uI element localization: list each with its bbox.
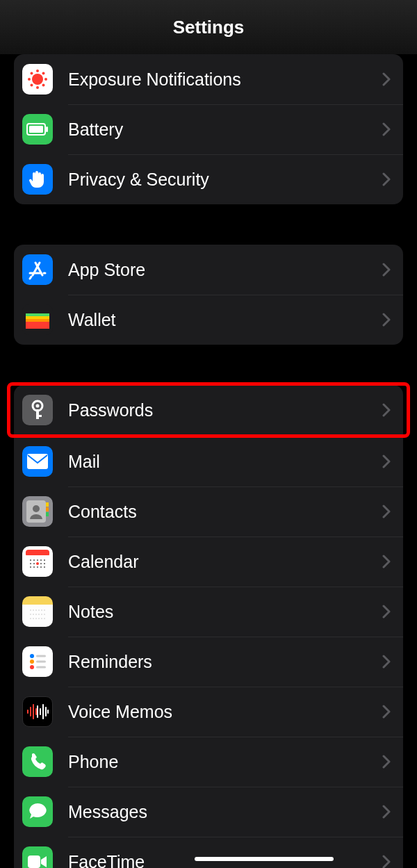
row-passwords[interactable]: Passwords: [14, 385, 403, 435]
svg-point-40: [33, 563, 35, 564]
svg-rect-31: [46, 512, 49, 516]
row-label: Privacy & Security: [68, 170, 382, 190]
svg-rect-55: [36, 661, 46, 663]
svg-rect-26: [27, 454, 48, 469]
app-store-icon: [22, 254, 53, 285]
settings-scroll[interactable]: Exposure Notifications Battery Privacy &…: [0, 54, 417, 868]
home-indicator[interactable]: [195, 857, 334, 861]
settings-group-system: Exposure Notifications Battery Privacy &…: [14, 54, 403, 204]
svg-point-7: [31, 84, 33, 87]
row-label: Contacts: [68, 502, 382, 522]
voice-memos-icon: [22, 696, 53, 727]
svg-rect-29: [46, 502, 49, 507]
svg-point-38: [44, 559, 45, 561]
svg-rect-25: [36, 415, 42, 417]
row-messages[interactable]: Messages: [14, 787, 403, 837]
chevron-right-icon: [382, 505, 391, 518]
svg-point-48: [36, 562, 39, 565]
settings-group-store: App Store Wallet: [14, 245, 403, 345]
svg-point-54: [30, 660, 34, 664]
page-title: Settings: [173, 17, 245, 38]
header: Settings: [0, 0, 417, 54]
messages-icon: [22, 796, 53, 827]
svg-point-52: [30, 654, 34, 658]
chevron-right-icon: [382, 122, 391, 136]
row-wallet[interactable]: Wallet: [14, 295, 403, 345]
svg-rect-53: [36, 655, 46, 657]
svg-point-42: [44, 563, 45, 564]
row-label: Mail: [68, 452, 382, 472]
svg-point-8: [42, 84, 45, 87]
mail-icon: [22, 446, 53, 477]
row-label: App Store: [68, 260, 382, 280]
key-icon: [22, 395, 53, 425]
row-notes[interactable]: Notes: [14, 587, 403, 637]
svg-point-44: [33, 566, 35, 568]
row-facetime[interactable]: FaceTime: [14, 837, 403, 868]
svg-rect-21: [26, 322, 49, 329]
settings-group-apps-top: Passwords: [14, 385, 403, 435]
notes-icon: [22, 596, 53, 627]
chevron-right-icon: [382, 555, 391, 568]
chevron-right-icon: [382, 455, 391, 468]
row-exposure-notifications[interactable]: Exposure Notifications: [14, 54, 403, 104]
chevron-right-icon: [382, 655, 391, 669]
row-label: Battery: [68, 120, 382, 140]
svg-rect-57: [36, 666, 46, 669]
row-label: Exposure Notifications: [68, 69, 382, 90]
svg-rect-67: [28, 855, 40, 868]
svg-rect-10: [29, 126, 43, 133]
svg-rect-30: [46, 507, 49, 511]
svg-point-0: [32, 74, 43, 85]
row-label: Passwords: [68, 400, 382, 420]
chevron-right-icon: [382, 605, 391, 619]
reminders-icon: [22, 646, 53, 677]
row-label: Wallet: [68, 310, 382, 330]
chevron-right-icon: [382, 805, 391, 819]
row-label: Messages: [68, 802, 382, 822]
highlight-box: Passwords: [8, 384, 409, 436]
svg-point-28: [33, 505, 40, 512]
svg-line-16: [30, 277, 31, 279]
row-privacy-security[interactable]: Privacy & Security: [14, 154, 403, 204]
row-mail[interactable]: Mail: [14, 436, 403, 486]
chevron-right-icon: [382, 313, 391, 327]
hand-icon: [22, 164, 53, 195]
row-calendar[interactable]: Calendar: [14, 537, 403, 587]
svg-point-35: [33, 559, 35, 561]
wallet-icon: [22, 304, 53, 335]
exposure-notifications-icon: [22, 64, 53, 95]
svg-point-4: [44, 78, 47, 81]
calendar-icon: [22, 546, 53, 577]
row-contacts[interactable]: Contacts: [14, 486, 403, 537]
row-app-store[interactable]: App Store: [14, 245, 403, 295]
row-label: Reminders: [68, 652, 382, 672]
row-battery[interactable]: Battery: [14, 104, 403, 154]
svg-point-36: [37, 559, 38, 561]
contacts-icon: [22, 496, 53, 527]
row-label: Notes: [68, 602, 382, 622]
svg-point-37: [40, 559, 42, 561]
svg-point-6: [42, 72, 45, 75]
row-label: Calendar: [68, 552, 382, 572]
svg-point-23: [36, 404, 40, 408]
chevron-right-icon: [382, 403, 391, 417]
svg-point-43: [30, 566, 31, 568]
svg-point-3: [28, 78, 31, 81]
svg-point-41: [40, 563, 42, 564]
row-phone[interactable]: Phone: [14, 737, 403, 787]
svg-point-2: [36, 86, 39, 89]
svg-point-45: [37, 566, 38, 568]
svg-rect-11: [46, 126, 48, 132]
svg-point-46: [40, 566, 42, 568]
row-voice-memos[interactable]: Voice Memos: [14, 687, 403, 737]
svg-point-56: [30, 665, 34, 669]
chevron-right-icon: [382, 855, 391, 868]
phone-icon: [22, 746, 53, 777]
chevron-right-icon: [382, 72, 391, 86]
row-reminders[interactable]: Reminders: [14, 637, 403, 687]
battery-icon: [22, 114, 53, 145]
chevron-right-icon: [382, 172, 391, 186]
chevron-right-icon: [382, 705, 391, 719]
svg-point-5: [31, 72, 33, 75]
